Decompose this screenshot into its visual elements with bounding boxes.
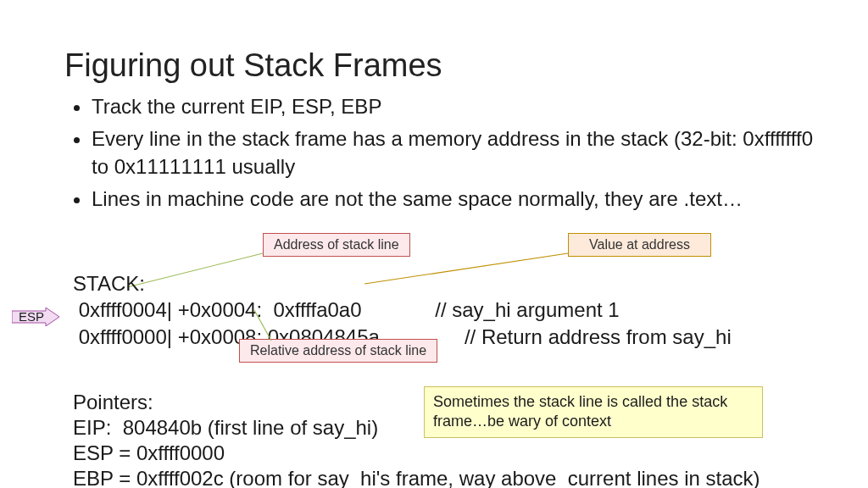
esp-label: ESP xyxy=(19,309,44,324)
bullet-item: Track the current EIP, ESP, EBP xyxy=(92,93,822,120)
esp-pointer-arrow: ESP xyxy=(12,308,54,326)
stack-line: 0xffff0004| +0x0004: 0xffffa0a0 // say_h… xyxy=(73,298,620,321)
callout-label: Relative address of stack line xyxy=(250,343,426,358)
callout-relative-address: Relative address of stack line xyxy=(239,339,437,363)
pointer-eip: EIP: 804840b (first line of say_hi) xyxy=(73,416,378,439)
pointer-esp: ESP = 0xffff0000 xyxy=(73,441,225,464)
bullet-list: Track the current EIP, ESP, EBP Every li… xyxy=(76,93,822,219)
note-text: Sometimes the stack line is called the s… xyxy=(433,393,727,430)
stack-header: STACK: xyxy=(73,272,145,295)
slide: Figuring out Stack Frames Track the curr… xyxy=(0,0,868,488)
svg-line-3 xyxy=(254,310,271,341)
bullet-item: Lines in machine code are not the same s… xyxy=(92,186,822,213)
pointer-ebp: EBP = 0xffff002c (room for say_hi's fram… xyxy=(73,467,760,488)
pointers-header: Pointers: xyxy=(73,391,153,413)
page-title: Figuring out Stack Frames xyxy=(64,47,442,84)
callout-note: Sometimes the stack line is called the s… xyxy=(424,386,763,438)
bullet-item: Every line in the stack frame has a memo… xyxy=(92,125,822,180)
stack-block: STACK: 0xffff0004| +0x0004: 0xffffa0a0 /… xyxy=(73,244,732,350)
connector-line xyxy=(254,310,280,341)
